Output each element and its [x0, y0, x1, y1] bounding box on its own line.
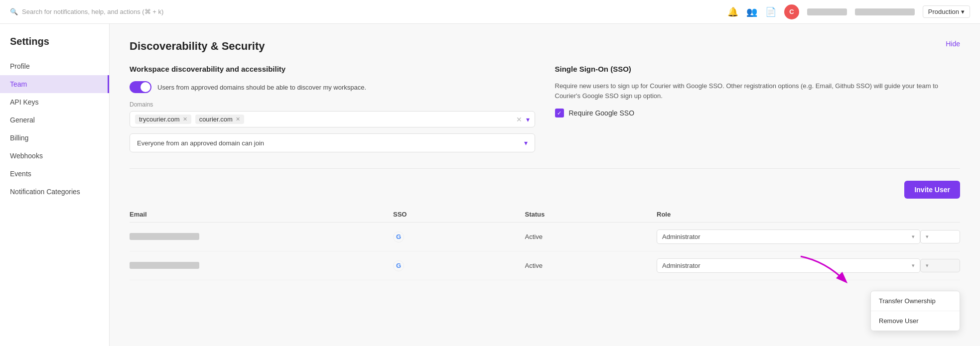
transfer-ownership-item[interactable]: Transfer Ownership	[871, 291, 960, 311]
topbar-right: 🔔 👥 📄 C Production ▾	[727, 4, 970, 19]
sso-check-row: ✓ Require Google SSO	[555, 109, 961, 117]
actions-dropdown-active[interactable]: ▾	[920, 259, 960, 272]
sidebar-item-webhooks[interactable]: Webhooks	[0, 147, 109, 165]
clear-icon[interactable]: ✕	[516, 115, 522, 123]
chevron-down-icon[interactable]: ▾	[526, 115, 530, 123]
hide-link[interactable]: Hide	[946, 40, 960, 48]
chevron-down-icon: ▾	[926, 262, 929, 269]
role-label: Administrator	[662, 233, 700, 240]
domains-input[interactable]: trycourier.com ✕ courier.com ✕ ✕ ▾	[130, 111, 535, 127]
domain-tag-remove[interactable]: ✕	[236, 116, 240, 122]
user-sso-cell: G	[393, 231, 525, 242]
search-bar[interactable]: 🔍 Search for notifications, help, and ac…	[10, 8, 163, 15]
workspace-section: Workspace discoverability and accessibil…	[130, 65, 535, 152]
join-dropdown[interactable]: Everyone from an approved domain can joi…	[130, 133, 535, 152]
context-menu: Transfer Ownership Remove User	[870, 291, 960, 331]
search-placeholder: Search for notifications, help, and acti…	[22, 8, 163, 15]
header-sso: SSO	[393, 211, 525, 218]
chevron-down-icon: ▾	[926, 233, 929, 240]
section-grid: Workspace discoverability and accessibil…	[130, 65, 960, 152]
search-icon: 🔍	[10, 8, 18, 15]
avatar[interactable]: C	[784, 4, 799, 19]
table-header: Email SSO Status Role	[130, 207, 960, 223]
require-sso-label: Require Google SSO	[569, 109, 635, 117]
workspace-section-title: Workspace discoverability and accessibil…	[130, 65, 535, 73]
remove-user-item[interactable]: Remove User	[871, 311, 960, 331]
page-title: Discoverability & Security	[130, 40, 960, 53]
user-email-cell	[130, 262, 393, 269]
topbar: 🔍 Search for notifications, help, and ac…	[0, 0, 980, 24]
google-sso-icon: G	[393, 260, 404, 271]
sidebar: Settings Profile Team API Keys General B…	[0, 24, 110, 346]
chevron-down-icon: ▾	[912, 233, 915, 240]
domain-tag-trycourier: trycourier.com ✕	[135, 115, 191, 124]
user-actions-cell: ▾	[920, 230, 960, 243]
people-icon[interactable]: 👥	[746, 6, 757, 17]
user-role-cell: Administrator ▾	[657, 258, 920, 273]
user-email	[855, 8, 915, 15]
sidebar-item-notification-categories[interactable]: Notification Categories	[0, 183, 109, 201]
domains-actions: ✕ ▾	[516, 115, 530, 123]
join-dropdown-label: Everyone from an approved domain can joi…	[137, 139, 264, 147]
user-actions-cell: ▾	[920, 259, 960, 272]
layout: Settings Profile Team API Keys General B…	[0, 24, 980, 346]
env-label: Production	[928, 8, 959, 15]
header-email: Email	[130, 211, 393, 218]
domain-tag-remove[interactable]: ✕	[183, 116, 187, 122]
user-sso-cell: G	[393, 260, 525, 271]
bell-icon[interactable]: 🔔	[727, 6, 738, 17]
sidebar-item-billing[interactable]: Billing	[0, 129, 109, 147]
header-actions	[920, 211, 960, 218]
invite-user-button[interactable]: Invite User	[904, 181, 960, 199]
toggle-row: Users from approved domains should be ab…	[130, 81, 535, 93]
sso-title: Single Sign-On (SSO)	[555, 65, 961, 73]
user-email-blurred	[130, 233, 199, 240]
toggle-knob	[140, 82, 150, 92]
env-selector[interactable]: Production ▾	[923, 5, 970, 18]
actions-dropdown[interactable]: ▾	[920, 230, 960, 243]
toggle-label: Users from approved domains should be ab…	[157, 84, 366, 91]
chevron-down-icon: ▾	[912, 262, 915, 269]
google-sso-icon: G	[393, 231, 404, 242]
user-email-cell	[130, 233, 393, 240]
role-label: Administrator	[662, 262, 700, 269]
header-role: Role	[657, 211, 920, 218]
header-status: Status	[525, 211, 657, 218]
require-sso-checkbox[interactable]: ✓	[555, 109, 564, 117]
arrow-pointer	[796, 251, 855, 291]
user-name	[807, 8, 847, 15]
sso-section: Single Sign-On (SSO) Require new users t…	[555, 65, 961, 152]
sidebar-item-general[interactable]: General	[0, 111, 109, 129]
sidebar-item-profile[interactable]: Profile	[0, 57, 109, 75]
chevron-down-icon: ▾	[524, 139, 528, 147]
user-status-cell: Active	[525, 262, 657, 269]
chevron-down-icon: ▾	[961, 8, 965, 15]
document-icon[interactable]: 📄	[765, 6, 776, 17]
domain-tag-label: trycourier.com	[139, 115, 180, 123]
user-email-blurred	[130, 262, 199, 269]
user-status-cell: Active	[525, 233, 657, 240]
sidebar-title: Settings	[0, 36, 109, 57]
domain-tag-courier: courier.com ✕	[195, 115, 244, 124]
user-role-cell: Administrator ▾	[657, 230, 920, 244]
sso-description: Require new users to sign up for Courier…	[555, 81, 961, 101]
divider	[130, 168, 960, 169]
domains-label: Domains	[130, 101, 535, 108]
domain-tag-label: courier.com	[199, 115, 233, 123]
table-row: G Active Administrator ▾ ▾	[130, 223, 960, 251]
sidebar-item-team[interactable]: Team	[0, 75, 109, 93]
role-dropdown[interactable]: Administrator ▾	[657, 258, 920, 273]
role-dropdown[interactable]: Administrator ▾	[657, 230, 920, 244]
discoverability-toggle[interactable]	[130, 81, 151, 93]
sidebar-item-events[interactable]: Events	[0, 165, 109, 183]
main-content: Discoverability & Security Hide Workspac…	[110, 24, 980, 346]
sidebar-item-api-keys[interactable]: API Keys	[0, 93, 109, 111]
